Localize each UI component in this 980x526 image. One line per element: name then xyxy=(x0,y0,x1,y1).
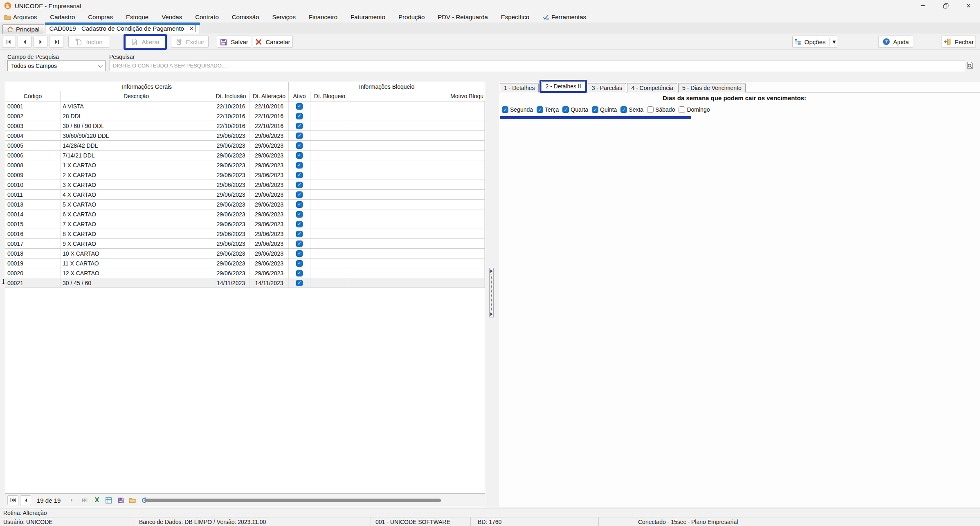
table-row[interactable]: 0001810 X CARTAO29/06/202329/06/2023✓ xyxy=(5,249,485,259)
table-row[interactable]: 0000228 DDL22/10/201622/10/2016✓ xyxy=(5,111,485,121)
ativo-checkbox[interactable]: ✓ xyxy=(296,133,303,139)
ativo-checkbox[interactable]: ✓ xyxy=(296,113,303,119)
col-ativo[interactable]: Ativo xyxy=(289,91,310,101)
ativo-checkbox[interactable]: ✓ xyxy=(296,162,303,169)
menu-item-comiss-o[interactable]: Comissão xyxy=(225,11,266,22)
salvar-button[interactable]: Salvar xyxy=(217,36,251,48)
ativo-checkbox[interactable]: ✓ xyxy=(296,250,303,257)
nav-last-button[interactable] xyxy=(49,36,63,48)
ativo-checkbox[interactable]: ✓ xyxy=(296,123,303,129)
panel-splitter-handle[interactable] xyxy=(489,268,494,317)
ativo-checkbox[interactable]: ✓ xyxy=(296,103,303,110)
table-row[interactable]: 000157 X CARTAO29/06/202329/06/2023✓ xyxy=(5,219,485,229)
nav-next-button[interactable] xyxy=(34,36,47,48)
ativo-checkbox[interactable]: ✓ xyxy=(296,172,303,178)
col-motivo-bloqueio[interactable]: Motivo Bloqu xyxy=(349,91,485,101)
table-row[interactable]: 0002012 X CARTAO29/06/202329/06/2023✓ xyxy=(5,268,485,278)
table-row[interactable]: 000081 X CARTAO29/06/202329/06/2023✓ xyxy=(5,160,485,170)
ativo-checkbox[interactable]: ✓ xyxy=(296,142,303,149)
ativo-checkbox[interactable]: ✓ xyxy=(296,260,303,267)
tab-principal[interactable]: Principal xyxy=(2,24,44,34)
menu-item-estoque[interactable]: Estoque xyxy=(119,11,155,22)
detail-tab-5[interactable]: 5 - Dias de Vencimento xyxy=(678,83,746,92)
ativo-checkbox[interactable]: ✓ xyxy=(296,270,303,276)
table-row[interactable]: 000168 X CARTAO29/06/202329/06/2023✓ xyxy=(5,229,485,239)
table-row[interactable]: 000146 X CARTAO29/06/202329/06/2023✓ xyxy=(5,209,485,219)
detail-tab-3[interactable]: 3 - Parcelas xyxy=(588,83,627,92)
ativo-checkbox[interactable]: ✓ xyxy=(296,241,303,247)
restore-button[interactable] xyxy=(934,0,957,11)
chevron-down-icon[interactable]: ▼ xyxy=(833,40,836,44)
weekday-checkbox[interactable]: ✓ xyxy=(562,106,569,113)
ativo-checkbox[interactable]: ✓ xyxy=(296,211,303,218)
col-dt-alteracao[interactable]: Dt. Alteração xyxy=(250,91,289,101)
weekday-checkbox[interactable]: ✓ xyxy=(502,106,508,113)
horizontal-scrollbar-thumb[interactable] xyxy=(144,499,441,502)
cancelar-button[interactable]: Cancelar xyxy=(253,36,293,48)
table-row[interactable]: 0000430/60/90/120 DDL29/06/202329/06/202… xyxy=(5,131,485,141)
table-row[interactable]: 000103 X CARTAO29/06/202329/06/2023✓ xyxy=(5,180,485,190)
ativo-checkbox[interactable]: ✓ xyxy=(296,231,303,237)
search-document-icon[interactable] xyxy=(966,61,974,70)
table-row[interactable]: 0000514/28/42 DDL29/06/202329/06/2023✓ xyxy=(5,141,485,151)
nav-first-button[interactable] xyxy=(2,36,16,48)
pager-first-button[interactable] xyxy=(7,495,18,505)
close-button[interactable]: × xyxy=(957,0,980,11)
table-row[interactable]: 00001A VISTA22/10/201622/10/2016✓ xyxy=(5,101,485,111)
menu-item-compras[interactable]: Compras xyxy=(81,11,119,22)
tab-close-icon[interactable]: × xyxy=(188,25,196,32)
search-field-select[interactable]: Todos os Campos xyxy=(7,60,106,71)
menu-item-produ-o[interactable]: Produção xyxy=(392,11,431,22)
col-descricao[interactable]: Descrição xyxy=(61,91,212,101)
minimize-button[interactable] xyxy=(911,0,934,11)
detail-tab-1[interactable]: 1 - Detalhes xyxy=(500,83,539,92)
incluir-button[interactable]: Incluir xyxy=(68,36,109,48)
menu-item-arquivos[interactable]: Arquivos xyxy=(4,11,43,22)
table-row[interactable]: 000179 X CARTAO29/06/202329/06/2023✓ xyxy=(5,239,485,249)
tab-cad0019[interactable]: CAD0019 - Cadastro de Condição de Pagame… xyxy=(45,22,200,34)
menu-item-espec-fico[interactable]: Específico xyxy=(494,11,536,22)
table-row[interactable]: 0000330 / 60 / 90 DDL22/10/201622/10/201… xyxy=(5,121,485,131)
menu-item-ferramentas[interactable]: Ferramentas xyxy=(536,11,593,22)
grid-save-icon[interactable] xyxy=(115,495,126,505)
table-row[interactable]: 0002130 / 45 / 6014/11/202314/11/2023✓ xyxy=(5,278,485,288)
col-dt-inclusao[interactable]: Dt. Inclusão xyxy=(212,91,250,101)
detail-tab-4[interactable]: 4 - Competência xyxy=(627,83,677,92)
weekday-checkbox[interactable]: ✓ xyxy=(647,106,654,113)
nav-prev-button[interactable] xyxy=(18,36,31,48)
ativo-checkbox[interactable]: ✓ xyxy=(296,221,303,227)
ativo-checkbox[interactable]: ✓ xyxy=(296,182,303,188)
pager-prev-button[interactable] xyxy=(20,495,31,505)
table-row[interactable]: 000114 X CARTAO29/06/202329/06/2023✓ xyxy=(5,190,485,200)
ativo-checkbox[interactable]: ✓ xyxy=(296,201,303,208)
weekday-checkbox[interactable]: ✓ xyxy=(620,106,627,113)
weekday-checkbox[interactable]: ✓ xyxy=(679,106,685,113)
ajuda-button[interactable]: ? Ajuda xyxy=(878,36,913,48)
fechar-button[interactable]: Fechar xyxy=(942,36,976,48)
detail-tab-2[interactable]: 2 - Detalhes II xyxy=(541,81,585,91)
ativo-checkbox[interactable]: ✓ xyxy=(296,191,303,198)
menu-item-financeiro[interactable]: Financeiro xyxy=(302,11,344,22)
pager-last-button[interactable] xyxy=(79,495,90,505)
weekday-checkbox[interactable]: ✓ xyxy=(537,106,543,113)
opcoes-button[interactable]: Opções ▼ xyxy=(792,36,837,48)
menu-item-contrato[interactable]: Contrato xyxy=(189,11,225,22)
export-excel-icon[interactable]: X xyxy=(92,495,102,505)
table-row[interactable]: 0001911 X CARTAO29/06/202329/06/2023✓ xyxy=(5,259,485,268)
menu-item-vendas[interactable]: Vendas xyxy=(155,11,189,22)
search-input[interactable] xyxy=(109,60,965,71)
pager-next-button[interactable] xyxy=(66,495,77,505)
col-codigo[interactable]: Código xyxy=(5,91,61,101)
menu-item-cadastro[interactable]: Cadastro xyxy=(43,11,81,22)
menu-item-pdv-retaguarda[interactable]: PDV - Retaguarda xyxy=(431,11,494,22)
table-row[interactable]: 000135 X CARTAO29/06/202329/06/2023✓ xyxy=(5,200,485,209)
ativo-checkbox[interactable]: ✓ xyxy=(296,152,303,159)
col-dt-bloqueio[interactable]: Dt. Bloqueio xyxy=(310,91,349,101)
table-row[interactable]: 000067/14/21 DDL29/06/202329/06/2023✓ xyxy=(5,151,485,160)
weekday-checkbox[interactable]: ✓ xyxy=(592,106,598,113)
table-row[interactable]: 000092 X CARTAO29/06/202329/06/2023✓ xyxy=(5,170,485,180)
ativo-checkbox[interactable]: ✓ xyxy=(296,280,303,286)
excluir-button[interactable]: Excluir xyxy=(171,36,209,48)
grid-columns-icon[interactable] xyxy=(103,495,114,505)
alterar-button[interactable]: Alterar xyxy=(126,36,165,48)
